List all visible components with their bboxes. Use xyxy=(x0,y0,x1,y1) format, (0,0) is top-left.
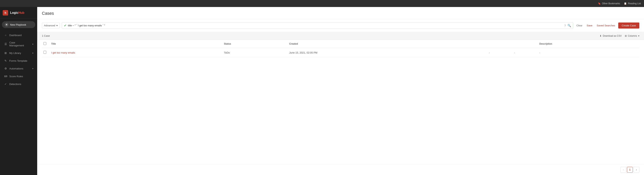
case-management-arrow: ▾ xyxy=(32,43,33,45)
table-header-row: 1 Case ⬇ Download as CSV ⊞ Columns ▾ xyxy=(37,32,644,40)
sidebar-item-automations[interactable]: ⚙ Automations ▾ xyxy=(1,65,36,72)
sidebar-item-my-library[interactable]: ⊞ My Library ▾ xyxy=(1,49,36,57)
table-header-created: Created xyxy=(288,40,488,48)
new-playbook-icon: ✦ xyxy=(5,23,8,27)
columns-arrow-icon: ▾ xyxy=(638,35,639,37)
automations-icon: ⚙ xyxy=(4,67,7,70)
prev-page-button[interactable]: ‹ xyxy=(620,167,626,173)
clear-button[interactable]: Clear xyxy=(575,23,584,28)
page-title: Cases xyxy=(42,11,639,16)
table-container: 1 Case ⬇ Download as CSV ⊞ Columns ▾ xyxy=(37,32,644,164)
sidebar-item-forms-template[interactable]: ✎ Forms Template xyxy=(1,57,36,64)
pagination: ‹ 1 › xyxy=(37,164,644,175)
logo-icon: h xyxy=(3,10,8,16)
sidebar-item-detections[interactable]: ✓ Detections xyxy=(1,80,36,88)
search-icons: ? 🔍 xyxy=(564,24,571,27)
my-library-icon: ⊞ xyxy=(4,51,7,55)
page-1-button[interactable]: 1 xyxy=(627,167,633,173)
table-row: I get too many emails ToDo June 15, 2021… xyxy=(42,48,639,57)
search-check-icon: ✔ xyxy=(64,24,66,27)
other-bookmarks[interactable]: 🔖 Other Bookmarks xyxy=(598,2,620,5)
main-content: Cases Advanced ▾ ✔ ? 🔍 Clear Save Saved … xyxy=(37,7,644,175)
sidebar: h LogicHub ✦ New Playbook ○ Dashboard ☰ … xyxy=(0,7,37,175)
forms-template-icon: ✎ xyxy=(4,59,7,63)
reading-list-icon: 📋 xyxy=(624,2,627,5)
download-csv-button[interactable]: ⬇ Download as CSV xyxy=(600,35,622,37)
table-count: 1 Case xyxy=(42,34,50,37)
create-case-button[interactable]: Create Case xyxy=(618,23,639,29)
logo-text: LogicHub xyxy=(10,11,24,15)
table-header-title: Title xyxy=(50,40,222,48)
case-management-icon: ☰ xyxy=(4,42,7,46)
table-header-checkbox xyxy=(42,40,50,48)
table-header-col5 xyxy=(513,40,538,48)
sidebar-item-score-rules[interactable]: 123 Score Rules xyxy=(1,73,36,80)
select-all-checkbox[interactable] xyxy=(44,42,46,45)
my-library-arrow: ▾ xyxy=(32,52,33,54)
advanced-dropdown[interactable]: Advanced ▾ xyxy=(42,23,60,28)
sidebar-item-case-management[interactable]: ☰ Case Management ▾ xyxy=(1,39,36,49)
row-status: ToDo xyxy=(222,48,288,57)
columns-button[interactable]: ⊞ Columns ▾ xyxy=(625,35,639,37)
table-header-description: Description xyxy=(538,40,639,48)
row-checkbox-cell xyxy=(42,48,50,57)
row-created: June 15, 2021, 02:05 PM xyxy=(288,48,488,57)
bookmark-icon: 🔖 xyxy=(598,2,601,5)
logo-logic: Logic xyxy=(10,11,18,14)
sidebar-item-dashboard[interactable]: ○ Dashboard xyxy=(1,32,36,39)
row-description: - xyxy=(538,48,639,57)
app-container: h LogicHub ✦ New Playbook ○ Dashboard ☰ … xyxy=(0,7,644,175)
next-page-button[interactable]: › xyxy=(634,167,639,173)
case-title-link[interactable]: I get too many emails xyxy=(51,51,75,54)
score-rules-icon: 123 xyxy=(4,75,7,78)
dashboard-icon: ○ xyxy=(4,33,7,37)
row-col5: - xyxy=(513,48,538,57)
save-button[interactable]: Save xyxy=(586,23,594,28)
download-icon: ⬇ xyxy=(600,35,602,37)
search-input[interactable] xyxy=(68,24,563,27)
columns-icon: ⊞ xyxy=(625,35,627,37)
sidebar-nav: ○ Dashboard ☰ Case Management ▾ ⊞ My Lib… xyxy=(0,31,37,89)
browser-bar: 🔖 Other Bookmarks 📋 Reading List xyxy=(0,0,644,7)
sidebar-logo: h LogicHub xyxy=(0,7,37,19)
table-header-col4 xyxy=(488,40,513,48)
reading-list[interactable]: 📋 Reading List xyxy=(624,2,641,5)
search-go-icon[interactable]: 🔍 xyxy=(568,24,571,27)
page-header: Cases xyxy=(37,7,644,19)
row-col4: - xyxy=(488,48,513,57)
detections-icon: ✓ xyxy=(4,82,7,86)
saved-searches-button[interactable]: Saved Searches xyxy=(596,23,616,28)
row-checkbox[interactable] xyxy=(44,51,46,54)
automations-arrow: ▾ xyxy=(32,68,33,70)
new-playbook-button[interactable]: ✦ New Playbook xyxy=(2,21,35,28)
table-header-status: Status xyxy=(222,40,288,48)
search-help-icon[interactable]: ? xyxy=(564,24,566,27)
search-area: Advanced ▾ ✔ ? 🔍 Clear Save Saved Search… xyxy=(37,19,644,32)
logo-hub: Hub xyxy=(18,11,24,14)
dropdown-arrow-icon: ▾ xyxy=(56,24,58,27)
search-input-container: ✔ ? 🔍 xyxy=(62,22,573,29)
table-actions: ⬇ Download as CSV ⊞ Columns ▾ xyxy=(600,35,639,37)
table-header-row-labels: Title Status Created Description xyxy=(42,40,639,48)
cases-table: Title Status Created Description xyxy=(42,40,639,57)
row-title: I get too many emails xyxy=(50,48,222,57)
